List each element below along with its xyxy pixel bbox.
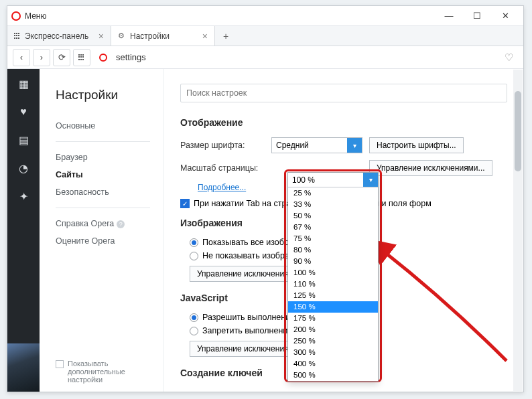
zoom-option[interactable]: 250 %	[288, 335, 378, 347]
rail-history-icon[interactable]: ◔	[17, 161, 30, 175]
sidebar-item-sites[interactable]: Сайты	[56, 166, 150, 183]
maximize-button[interactable]: ☐	[463, 7, 491, 25]
scrollbar-thumb[interactable]	[515, 91, 521, 171]
gear-icon	[118, 32, 126, 40]
show-advanced-checkbox[interactable]: Показывать дополнительные настройки	[56, 360, 150, 384]
minimize-button[interactable]: —	[435, 7, 463, 25]
section-display: Отображение	[180, 117, 507, 128]
reload-button[interactable]: ⟳	[53, 49, 70, 66]
opera-logo-icon	[11, 11, 21, 21]
zoom-option[interactable]: 80 %	[288, 244, 378, 256]
radio-on-icon	[190, 313, 198, 322]
sidebar-item-security[interactable]: Безопасность	[56, 183, 150, 201]
search-input[interactable]	[180, 84, 507, 102]
zoom-option[interactable]: 125 %	[288, 290, 378, 301]
close-button[interactable]: ✕	[491, 7, 519, 25]
tab-settings[interactable]: Настройки ×	[111, 26, 215, 46]
chevron-down-icon: ▾	[347, 138, 362, 153]
rail-bookmarks-icon[interactable]: ♥	[17, 105, 30, 118]
tab-label: Экспресс-панель	[25, 31, 88, 41]
speed-dial-button[interactable]	[73, 49, 90, 66]
sidebar-item-help[interactable]: Справка Opera?	[56, 215, 150, 232]
tab-speed-dial[interactable]: Экспресс-панель ×	[7, 26, 111, 46]
zoom-option[interactable]: 100 %	[288, 267, 378, 278]
rail-wallpaper	[7, 343, 40, 392]
zoom-option[interactable]: 400 %	[288, 358, 378, 370]
manage-exceptions-button[interactable]: Управление исключениями...	[369, 160, 492, 176]
rail-news-icon[interactable]: ▤	[17, 133, 30, 147]
rail-speed-dial-icon[interactable]: ▦	[17, 77, 30, 90]
zoom-option[interactable]: 75 %	[288, 233, 378, 244]
speed-dial-icon	[14, 33, 21, 39]
zoom-option[interactable]: 150 %	[288, 301, 378, 313]
checkbox-icon	[56, 360, 64, 368]
window: Меню — ☐ ✕ Экспресс-панель × Настройки ×…	[7, 5, 524, 392]
sidebar-item-browser[interactable]: Браузер	[56, 149, 150, 166]
page-scale-select[interactable]: 100 % ▾	[288, 173, 378, 187]
font-size-label: Размер шрифта:	[180, 141, 271, 150]
workarea: ▦ ♥ ▤ ◔ ✦ Настройки Основные Браузер Сай…	[7, 69, 523, 392]
left-rail: ▦ ♥ ▤ ◔ ✦	[7, 69, 40, 392]
rail-extensions-icon[interactable]: ✦	[17, 189, 30, 203]
scrollbar-track[interactable]	[513, 70, 523, 391]
checkbox-checked-icon: ✓	[180, 199, 190, 208]
zoom-option[interactable]: 200 %	[288, 324, 378, 335]
sidebar-item-rate[interactable]: Оцените Opera	[56, 232, 150, 250]
zoom-option[interactable]: 175 %	[288, 313, 378, 324]
menu-button[interactable]: Меню	[25, 11, 46, 21]
tab-label: Настройки	[130, 31, 170, 41]
titlebar: Меню — ☐ ✕	[7, 6, 523, 26]
zoom-option[interactable]: 33 %	[288, 199, 378, 210]
bookmark-button[interactable]: ♡	[499, 48, 518, 67]
zoom-option[interactable]: 25 %	[288, 187, 378, 199]
settings-sidebar: Настройки Основные Браузер Сайты Безопас…	[40, 69, 164, 392]
page-scale-dropdown[interactable]: 100 % ▾ 25 %33 %50 %67 %75 %80 %90 %100 …	[287, 172, 379, 382]
zoom-option[interactable]: 50 %	[288, 210, 378, 222]
radio-on-icon	[190, 238, 198, 247]
configure-fonts-button[interactable]: Настроить шрифты...	[369, 137, 464, 153]
help-icon: ?	[117, 220, 125, 228]
zoom-option[interactable]: 300 %	[288, 347, 378, 358]
tab-bar: Экспресс-панель × Настройки × +	[7, 26, 523, 46]
forward-button[interactable]: ›	[33, 49, 50, 66]
radio-off-icon	[190, 252, 198, 260]
address-input[interactable]	[113, 50, 496, 66]
page-scale-label: Масштаб страницы:	[180, 163, 271, 173]
sidebar-item-basic[interactable]: Основные	[56, 117, 150, 135]
radio-off-icon	[190, 327, 198, 335]
more-link[interactable]: Подробнее...	[198, 183, 246, 192]
zoom-option[interactable]: 110 %	[288, 278, 378, 290]
zoom-option[interactable]: 500 %	[288, 370, 378, 381]
chevron-down-icon: ▾	[363, 173, 378, 187]
new-tab-button[interactable]: +	[215, 26, 237, 46]
zoom-option[interactable]: 67 %	[288, 222, 378, 233]
font-size-select[interactable]: Средний ▾	[271, 137, 362, 153]
close-tab-icon[interactable]: ×	[202, 31, 208, 42]
zoom-option[interactable]: 90 %	[288, 256, 378, 267]
page-title: Настройки	[56, 88, 150, 102]
close-tab-icon[interactable]: ×	[98, 31, 104, 42]
back-button[interactable]: ‹	[13, 49, 30, 66]
address-bar: ‹ › ⟳ ♡	[7, 46, 523, 69]
site-icon	[96, 50, 111, 65]
